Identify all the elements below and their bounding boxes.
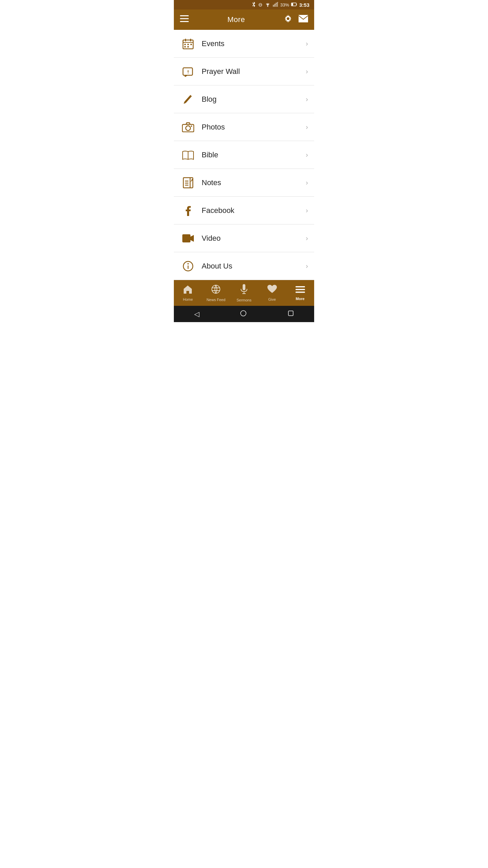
svg-rect-19 (184, 44, 186, 45)
svg-point-46 (241, 311, 246, 316)
status-icons: ⊖ 33% (251, 2, 309, 8)
camera-icon (180, 119, 196, 135)
svg-rect-33 (182, 234, 190, 242)
status-bar: ⊖ 33% (174, 0, 314, 9)
svg-point-37 (212, 285, 220, 293)
give-nav-label: Give (268, 297, 276, 301)
prayer-wall-label: Prayer Wall (202, 67, 306, 76)
svg-rect-20 (187, 44, 189, 45)
video-icon (180, 230, 196, 246)
svg-rect-10 (180, 21, 189, 22)
nav-item-give[interactable]: Give (258, 280, 286, 306)
svg-rect-45 (296, 292, 305, 293)
home-button[interactable] (240, 310, 247, 318)
svg-point-27 (186, 126, 190, 131)
menu-item-notes[interactable]: Notes › (174, 169, 314, 197)
svg-rect-43 (296, 286, 305, 288)
svg-point-28 (191, 125, 192, 127)
nav-item-more[interactable]: More (286, 280, 314, 306)
bottom-navigation: Home News Feed Sermons (174, 280, 314, 306)
svg-point-12 (287, 17, 289, 20)
dnd-icon: ⊖ (258, 2, 263, 8)
bluetooth-icon (251, 2, 256, 8)
events-label: Events (202, 39, 306, 48)
info-icon (180, 258, 196, 274)
facebook-chevron: › (306, 206, 308, 214)
nav-item-news-feed[interactable]: News Feed (202, 280, 230, 306)
menu-item-blog[interactable]: Blog › (174, 85, 314, 113)
news-feed-nav-label: News Feed (206, 298, 225, 302)
facebook-label: Facebook (202, 206, 306, 215)
bible-chevron: › (306, 151, 308, 159)
menu-item-events[interactable]: Events › (174, 30, 314, 58)
signal-icon (273, 2, 278, 8)
svg-text:†: † (187, 69, 189, 74)
notes-chevron: › (306, 179, 308, 186)
notes-label: Notes (202, 178, 306, 187)
svg-rect-16 (183, 42, 193, 43)
svg-rect-22 (184, 46, 186, 47)
blog-label: Blog (202, 95, 306, 104)
svg-rect-7 (291, 3, 293, 5)
svg-rect-21 (190, 44, 192, 45)
photos-chevron: › (306, 123, 308, 131)
prayer-icon: † (180, 63, 196, 80)
svg-rect-44 (296, 289, 305, 290)
menu-item-bible[interactable]: Bible › (174, 141, 314, 169)
blog-chevron: › (306, 95, 308, 103)
back-button[interactable]: ◁ (194, 310, 199, 318)
battery-icon (291, 2, 297, 7)
android-navigation-bar: ◁ (174, 306, 314, 322)
menu-item-about-us[interactable]: About Us › (174, 252, 314, 280)
svg-rect-23 (187, 46, 189, 47)
more-menu-icon (296, 285, 305, 295)
page-title: More (227, 15, 245, 24)
more-nav-label: More (296, 297, 304, 301)
battery-text: 33% (280, 2, 289, 7)
app-header: More (174, 9, 314, 30)
svg-rect-18 (190, 39, 191, 41)
menu-item-facebook[interactable]: Facebook › (174, 197, 314, 224)
events-chevron: › (306, 40, 308, 47)
photos-label: Photos (202, 123, 306, 132)
menu-item-prayer-wall[interactable]: † Prayer Wall › (174, 58, 314, 85)
home-nav-label: Home (183, 297, 193, 301)
wifi-icon (265, 2, 271, 8)
nav-item-sermons[interactable]: Sermons (230, 280, 258, 306)
sermons-nav-label: Sermons (237, 298, 251, 302)
svg-rect-47 (288, 311, 293, 316)
heart-icon (267, 285, 277, 296)
facebook-icon (180, 202, 196, 219)
mic-icon (240, 284, 248, 296)
about-us-chevron: › (306, 262, 308, 270)
svg-point-0 (267, 6, 268, 7)
video-chevron: › (306, 234, 308, 242)
menu-item-photos[interactable]: Photos › (174, 113, 314, 141)
svg-rect-9 (180, 18, 189, 19)
news-feed-icon (211, 284, 221, 296)
book-icon (180, 147, 196, 163)
video-label: Video (202, 234, 306, 243)
hamburger-menu-button[interactable] (180, 15, 189, 24)
home-icon (183, 285, 192, 296)
pencil-icon (180, 91, 196, 107)
notes-icon (180, 175, 196, 191)
svg-rect-17 (185, 39, 186, 41)
menu-list: Events › † Prayer Wall › Blog › (174, 30, 314, 280)
mail-button[interactable] (299, 15, 308, 24)
time-display: 3:53 (299, 2, 309, 8)
menu-item-video[interactable]: Video › (174, 224, 314, 252)
calendar-icon (180, 36, 196, 52)
settings-button[interactable] (284, 14, 292, 25)
svg-rect-14 (299, 15, 308, 22)
svg-rect-40 (243, 284, 245, 290)
recents-button[interactable] (288, 310, 294, 318)
bible-label: Bible (202, 151, 306, 159)
about-us-label: About Us (202, 262, 306, 271)
svg-point-36 (187, 263, 189, 264)
svg-rect-8 (180, 15, 189, 16)
nav-item-home[interactable]: Home (174, 280, 202, 306)
prayer-wall-chevron: › (306, 67, 308, 75)
